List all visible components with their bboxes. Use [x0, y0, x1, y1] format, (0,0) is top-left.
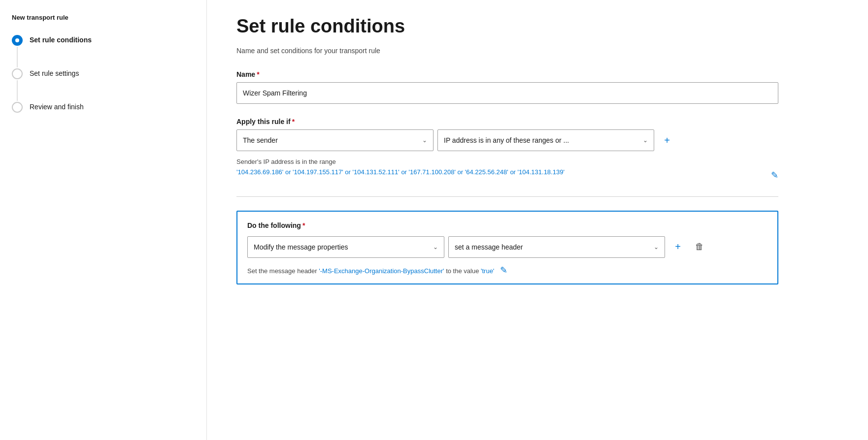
do-following-label: Do the following* — [247, 221, 768, 229]
step-indicator-1 — [12, 35, 23, 68]
page-title: Set rule conditions — [236, 16, 778, 37]
ip-values-text: '104.236.69.186' or '104.197.155.117' or… — [236, 167, 765, 178]
step-line-1 — [17, 47, 18, 67]
add-condition-button[interactable]: + — [658, 131, 676, 149]
name-section: Name* — [236, 70, 778, 104]
plus-icon-action: + — [675, 241, 681, 252]
apply-label-text: Apply this rule if — [236, 118, 291, 126]
header-name-value: '-MS-Exchange-Organization-BypassClutter… — [319, 267, 444, 275]
condition-info-text: Sender's IP address is in the range — [236, 158, 778, 165]
section-divider — [236, 196, 778, 197]
do-following-required-star: * — [302, 221, 305, 229]
edit-header-icon[interactable]: ✎ — [500, 265, 507, 275]
plus-icon: + — [664, 135, 670, 146]
step-circle-2 — [12, 68, 23, 79]
action-dropdown-2-label: set a message header — [455, 243, 523, 251]
delete-action-button[interactable]: 🗑 — [691, 238, 708, 256]
action-dropdown-2-arrow: ⌄ — [654, 244, 659, 251]
page-subtitle: Name and set conditions for your transpo… — [236, 47, 778, 55]
do-following-box: Do the following* Modify the message pro… — [236, 211, 778, 284]
form-section: Set rule conditions Name and set conditi… — [236, 16, 778, 284]
action-dropdown-2[interactable]: set a message header ⌄ — [448, 236, 665, 258]
action-dropdown-row: Modify the message properties ⌄ set a me… — [247, 236, 768, 258]
step-label-conditions: Set rule conditions — [30, 35, 92, 44]
condition-dropdown-label: IP address is in any of these ranges or … — [444, 136, 569, 144]
message-header-info: Set the message header '-MS-Exchange-Org… — [247, 265, 768, 276]
step-circle-3 — [12, 102, 23, 113]
do-following-label-text: Do the following — [247, 221, 301, 229]
edit-condition-icon[interactable]: ✎ — [771, 168, 778, 183]
step-item-conditions: Set rule conditions — [12, 35, 195, 68]
action-dropdown-1-arrow: ⌄ — [433, 244, 438, 251]
header-true-value: 'true' — [481, 267, 494, 275]
action-dropdown-1-label: Modify the message properties — [254, 243, 348, 251]
sender-dropdown[interactable]: The sender ⌄ — [236, 129, 434, 151]
apply-rule-section: Apply this rule if* The sender ⌄ IP addr… — [236, 118, 778, 183]
header-to-text: to the value — [446, 267, 479, 275]
step-item-review: Review and finish — [12, 102, 195, 113]
step-indicator-2 — [12, 68, 23, 102]
condition-dropdown[interactable]: IP address is in any of these ranges or … — [437, 129, 654, 151]
action-dropdown-1[interactable]: Modify the message properties ⌄ — [247, 236, 444, 258]
name-label: Name* — [236, 70, 778, 78]
header-set-text: Set the message header — [247, 267, 317, 275]
add-action-button[interactable]: + — [669, 238, 687, 256]
step-list: Set rule conditions Set rule settings Re… — [12, 35, 195, 113]
trash-icon: 🗑 — [695, 242, 704, 252]
condition-dropdown-arrow: ⌄ — [643, 137, 648, 144]
step-circle-1 — [12, 35, 23, 46]
sidebar-title: New transport rule — [12, 14, 195, 21]
step-label-review: Review and finish — [30, 102, 84, 111]
main-content: Set rule conditions Name and set conditi… — [207, 0, 868, 440]
sender-dropdown-arrow: ⌄ — [422, 137, 427, 144]
name-required-star: * — [257, 70, 259, 78]
ip-values-row: '104.236.69.186' or '104.197.155.117' or… — [236, 167, 778, 183]
name-input[interactable] — [236, 82, 778, 104]
condition-dropdown-row: The sender ⌄ IP address is in any of the… — [236, 129, 778, 151]
step-item-settings: Set rule settings — [12, 68, 195, 102]
apply-required-star: * — [292, 118, 295, 126]
step-indicator-3 — [12, 102, 23, 113]
name-label-text: Name — [236, 70, 255, 78]
step-line-2 — [17, 80, 18, 101]
sender-dropdown-label: The sender — [243, 136, 278, 144]
step-label-settings: Set rule settings — [30, 68, 79, 77]
apply-label: Apply this rule if* — [236, 118, 778, 126]
